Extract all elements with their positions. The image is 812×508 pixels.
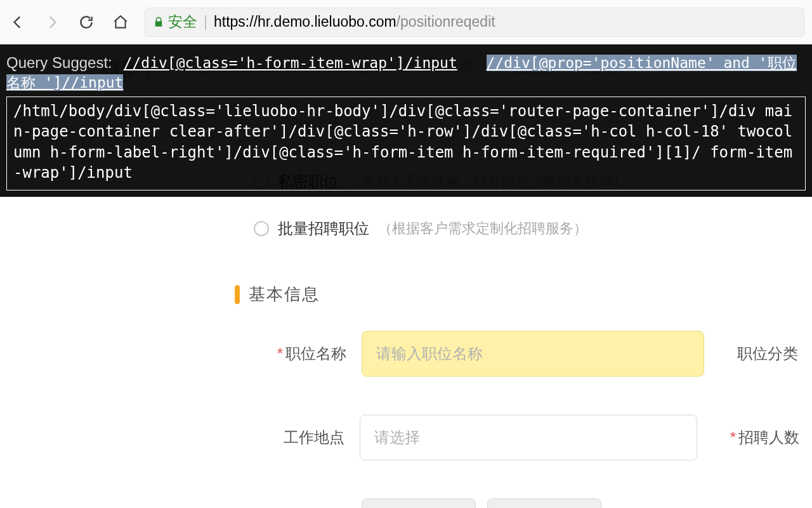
section-accent-bar [235,285,240,304]
field-position-name: *职位名称 职位分类 [254,331,799,377]
forward-button[interactable] [42,12,62,32]
secure-badge: 安全 [153,12,197,32]
section-header: 基本信息 [235,283,799,305]
required-asterisk: * [277,345,283,362]
position-name-input[interactable] [362,331,704,377]
small-select-1[interactable] [362,498,476,508]
required-asterisk: * [730,429,736,446]
field-extra-row [254,498,799,508]
xpath-suggestion-1[interactable]: //div[@class='h-form-item-wrap']/input [124,55,457,71]
option-hint: （根据客户需求定制化招聘服务） [378,219,587,238]
reload-button[interactable] [76,12,96,32]
xpath-suggest-overlay: Query Suggest: //div[@class='h-form-item… [0,44,812,197]
option-label: 批量招聘职位 [278,218,369,239]
field-label: 工作地点 [254,427,360,448]
field-category-label: 职位分类 [737,344,798,364]
query-suggest-label: Query Suggest: [6,54,112,71]
location-select[interactable] [360,415,697,460]
full-xpath-output[interactable]: /html/body/div[@class='lieluobo-hr-body'… [6,97,806,190]
field-headcount-label: *招聘人数 [730,427,799,448]
browser-toolbar: 安全 | https://hr.demo.lieluobo.com/positi… [0,0,812,44]
url-text: https://hr.demo.lieluobo.com/positionreq… [214,13,495,30]
section-title: 基本信息 [249,283,320,305]
back-button[interactable] [8,12,28,32]
address-bar[interactable]: 安全 | https://hr.demo.lieluobo.com/positi… [145,8,804,37]
lock-icon [153,17,164,28]
field-label: *职位名称 [254,344,362,364]
option-bulk-recruit[interactable]: 批量招聘职位 （根据客户需求定制化招聘服务） [254,218,799,239]
small-select-2[interactable] [487,498,601,508]
secure-label: 安全 [168,12,197,32]
home-button[interactable] [110,12,131,32]
radio-icon[interactable] [254,221,269,236]
field-location: 工作地点 *招聘人数 [254,415,799,460]
